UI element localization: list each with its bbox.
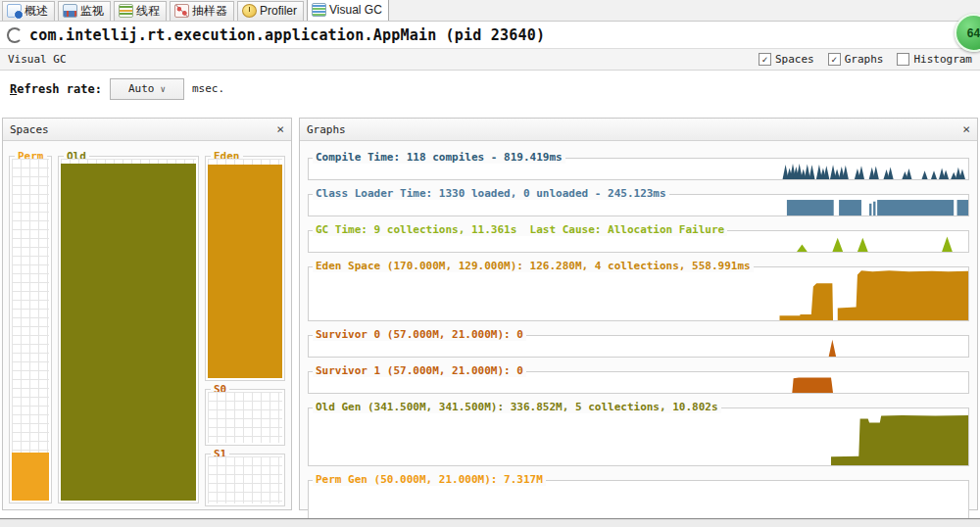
tab-label-monitor: 监视 [80,3,104,20]
graph-label-compile: Compile Time: 118 compiles - 819.419ms [313,151,565,164]
overview-icon [7,4,22,18]
space-group-s1: S1 [205,454,285,506]
checkbox-label-graphs: Graphs [845,53,884,66]
space-group-s0: S0 [205,389,285,446]
refresh-rate-label-rest: efresh rate: [17,82,102,96]
graphs-panel-body: Compile Time: 118 compiles - 819.419msCl… [300,141,977,509]
threads-icon [119,4,133,18]
spaces-panel-title: Spaces [10,123,49,136]
tab-threads[interactable]: 线程 [114,1,167,21]
checkbox-histogram[interactable]: Histogram [897,53,972,66]
space-fill-old [61,164,196,501]
graph-label-s1: Survivor 1 (57.000M, 21.000M): 0 [313,364,526,377]
graph-plot-old [309,408,968,465]
graphs-panel-title: Graphs [307,123,346,136]
sampler-icon [174,4,189,18]
visualgc-icon [312,3,326,17]
tab-label-profiler: Profiler [260,4,297,18]
checkbox-label-histogram: Histogram [913,53,972,66]
graph-row-old: Old Gen (341.500M, 341.500M): 336.852M, … [308,407,969,466]
graphs-close-icon[interactable]: × [962,123,970,135]
graph-label-gc: GC Time: 9 collections, 11.361s Last Cau… [313,223,727,236]
tab-monitor[interactable]: 监视 [58,1,111,21]
tab-label-sampler: 抽样器 [192,3,227,20]
overlay-badge-text: 64 [967,26,980,40]
refresh-rate-value: Auto [128,82,155,95]
checkbox-spaces[interactable]: ✓Spaces [759,53,814,66]
main-content: Spaces × Perm Old EdenS0S1 Graphs × Comp… [0,107,980,510]
graph-label-classloader: Class Loader Time: 1330 loaded, 0 unload… [313,187,669,200]
tab-label-overview: 概述 [24,3,48,20]
graphs-panel-header: Graphs × [300,119,977,141]
tab-profiler[interactable]: Profiler [237,1,304,21]
checkbox-label-spaces: Spaces [775,53,814,66]
graph-label-old: Old Gen (341.500M, 341.500M): 336.852M, … [313,401,721,413]
space-group-old: Old [58,156,199,503]
spaces-column-perm: Perm [9,150,52,503]
graph-row-compile: Compile Time: 118 compiles - 819.419ms [308,158,969,180]
visualgc-toolbar-label: Visual GC [8,53,67,66]
tab-sampler[interactable]: 抽样器 [170,1,234,21]
graph-row-classloader: Class Loader Time: 1330 loaded, 0 unload… [308,194,969,216]
graph-label-s0: Survivor 0 (57.000M, 21.000M): 0 [313,328,526,341]
refresh-rate-label: Refresh rate: [10,82,102,96]
checkbox-box-graphs[interactable]: ✓ [828,53,841,66]
tab-overview[interactable]: 概述 [2,1,55,21]
checkbox-box-spaces[interactable]: ✓ [759,53,771,66]
refresh-rate-select[interactable]: Auto ∨ [110,78,184,100]
view-checkbox-group: ✓Spaces✓GraphsHistogram [759,53,972,66]
chevron-down-icon: ∨ [160,84,165,94]
tab-bar: 概述监视线程抽样器ProfilerVisual GC [0,0,980,22]
graph-row-s1: Survivor 1 (57.000M, 21.000M): 0 [308,371,969,394]
refresh-rate-row: Refresh rate: Auto ∨ msec. [0,71,980,107]
tab-label-visualgc: Visual GC [329,3,382,17]
space-grid-perm [12,159,49,501]
graphs-panel: Graphs × Compile Time: 118 compiles - 81… [299,118,978,510]
spaces-close-icon[interactable]: × [276,123,284,135]
spaces-panel-header: Spaces × [3,119,291,141]
application-title: com.intellij.rt.execution.application.Ap… [29,26,545,44]
profiler-icon [242,4,257,18]
refresh-rate-unit: msec. [192,82,224,95]
space-fill-eden [208,165,282,378]
status-spinner-icon [7,27,23,43]
space-grid-s1 [208,456,282,503]
graph-row-s0: Survivor 0 (57.000M, 21.000M): 0 [308,335,969,358]
graph-label-perm: Perm Gen (50.000M, 21.000M): 7.317M [313,473,546,486]
space-grid-s0 [208,392,282,443]
application-title-row: com.intellij.rt.execution.application.Ap… [0,22,980,48]
tab-label-threads: 线程 [136,3,160,20]
graph-row-gc: GC Time: 9 collections, 11.361s Last Cau… [308,230,969,253]
graph-plot-eden [309,267,968,320]
space-group-perm: Perm [9,156,52,503]
checkbox-box-histogram[interactable] [897,53,909,66]
spaces-column-old: Old [58,150,199,503]
spaces-panel-body: Perm Old EdenS0S1 [3,141,291,509]
space-fill-perm [12,453,49,501]
monitor-icon [63,4,77,18]
spaces-panel: Spaces × Perm Old EdenS0S1 [2,118,292,510]
graph-row-eden: Eden Space (170.000M, 129.000M): 126.280… [308,266,969,321]
tab-visualgc[interactable]: Visual GC [307,0,389,21]
space-grid-eden [208,159,282,378]
checkbox-graphs[interactable]: ✓Graphs [828,53,884,66]
space-group-eden: Eden [205,156,285,381]
bottom-status-bar [0,518,980,527]
space-grid-old [61,159,196,501]
graph-label-eden: Eden Space (170.000M, 129.000M): 126.280… [313,260,754,272]
visualgc-toolbar: Visual GC ✓Spaces✓GraphsHistogram [0,48,980,71]
spaces-column-young: EdenS0S1 [205,150,285,503]
